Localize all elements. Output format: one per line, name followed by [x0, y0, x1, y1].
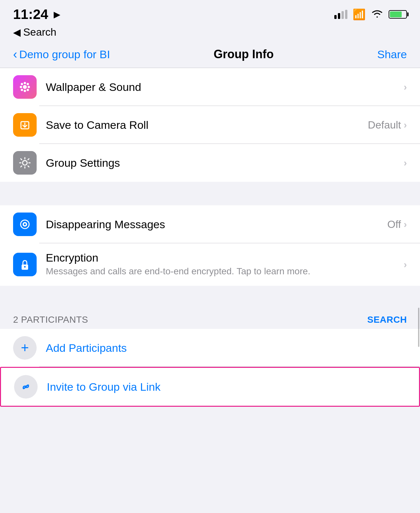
participants-count: 2 PARTICIPANTS [13, 315, 88, 325]
disappearing-label: Disappearing Messages [46, 218, 387, 231]
svg-point-7 [21, 89, 23, 91]
encryption-item[interactable]: Encryption Messages and calls are end-to… [0, 243, 420, 286]
camera-roll-icon [13, 113, 37, 137]
chevron-right-icon: › [404, 259, 407, 270]
chevron-right-icon: › [404, 81, 407, 93]
group-settings-icon [13, 151, 37, 175]
group-settings-content: Group Settings [46, 157, 404, 169]
section-gap-2 [0, 286, 420, 309]
page-title: Group Info [214, 47, 274, 61]
svg-point-8 [27, 83, 29, 85]
battery-icon [389, 10, 407, 19]
svg-point-15 [24, 266, 26, 268]
disappearing-content: Disappearing Messages [46, 218, 387, 231]
nav-back-text[interactable]: Demo group for BI [19, 48, 110, 61]
wallpaper-icon [13, 75, 37, 99]
settings-section-2: Disappearing Messages Off › Encryption M… [0, 205, 420, 286]
chevron-right-icon: › [404, 157, 407, 168]
wifi-icon [371, 9, 383, 20]
add-participants-label: Add Participants [46, 342, 407, 354]
invite-link-label: Invite to Group via Link [47, 381, 406, 393]
wallpaper-sound-item[interactable]: Wallpaper & Sound › [0, 68, 420, 106]
status-time: 11:24 ► [13, 7, 62, 22]
svg-point-5 [21, 83, 23, 85]
add-participants-item[interactable]: + Add Participants [0, 329, 420, 367]
scrollbar-track[interactable] [417, 0, 420, 513]
disappearing-icon [13, 213, 37, 236]
svg-point-1 [24, 82, 26, 84]
encryption-label: Encryption [46, 251, 404, 264]
invite-link-item[interactable]: Invite to Group via Link [0, 367, 420, 407]
signal-icon [334, 10, 347, 19]
status-bar: 11:24 ► 📶 [0, 0, 420, 25]
group-settings-label: Group Settings [46, 157, 404, 169]
participants-search-button[interactable]: SEARCH [367, 315, 407, 325]
svg-point-4 [28, 86, 30, 88]
chevron-right-icon: › [404, 119, 407, 130]
wifi-icon: 📶 [353, 8, 366, 21]
invite-link-icon [14, 375, 38, 399]
disappearing-messages-item[interactable]: Disappearing Messages Off › [0, 205, 420, 243]
group-settings-right: › [404, 157, 407, 168]
add-participants-content: Add Participants [46, 342, 407, 354]
settings-section-1: Wallpaper & Sound › Save to Camera Roll … [0, 68, 420, 182]
section-gap-1 [0, 182, 420, 205]
camera-roll-label: Save to Camera Roll [46, 119, 368, 131]
participants-header: 2 PARTICIPANTS SEARCH [0, 309, 420, 329]
invite-link-content: Invite to Group via Link [47, 381, 406, 393]
svg-point-6 [27, 89, 29, 91]
search-back-row[interactable]: ◀ Search [0, 25, 420, 42]
off-value: Off [387, 218, 401, 231]
svg-point-13 [24, 223, 26, 225]
svg-point-10 [23, 161, 27, 165]
search-back-label[interactable]: Search [23, 26, 56, 38]
nav-back-button[interactable]: ‹ Demo group for BI [13, 48, 110, 61]
wallpaper-label: Wallpaper & Sound [46, 81, 404, 94]
camera-roll-content: Save to Camera Roll [46, 119, 368, 131]
encryption-subtitle: Messages and calls are end-to-end encryp… [46, 265, 404, 277]
svg-point-0 [23, 85, 27, 89]
encryption-icon [13, 253, 37, 276]
navigation-bar: ‹ Demo group for BI Group Info Share [0, 42, 420, 68]
svg-point-2 [24, 90, 26, 92]
share-button[interactable]: Share [377, 48, 407, 61]
encryption-content: Encryption Messages and calls are end-to… [46, 251, 404, 277]
camera-roll-right: Default › [368, 119, 407, 131]
disappearing-right: Off › [387, 218, 407, 231]
time-display: 11:24 [13, 7, 48, 22]
add-participants-icon: + [13, 336, 37, 360]
group-settings-item[interactable]: Group Settings › [0, 144, 420, 182]
status-icons: 📶 [334, 8, 407, 21]
plus-icon: + [21, 340, 29, 356]
back-chevron-icon: ‹ [13, 48, 17, 60]
wallpaper-right: › [404, 81, 407, 93]
back-arrow-icon: ◀ [13, 26, 21, 38]
default-value: Default [368, 119, 401, 131]
chevron-right-icon: › [404, 219, 407, 230]
wallpaper-content: Wallpaper & Sound [46, 81, 404, 94]
scrollbar-thumb[interactable] [418, 308, 419, 347]
camera-roll-item[interactable]: Save to Camera Roll Default › [0, 106, 420, 144]
location-arrow-icon: ► [51, 8, 62, 21]
svg-point-3 [20, 86, 22, 88]
encryption-right: › [404, 259, 407, 270]
participants-section: + Add Participants Invite to Group via L… [0, 329, 420, 407]
